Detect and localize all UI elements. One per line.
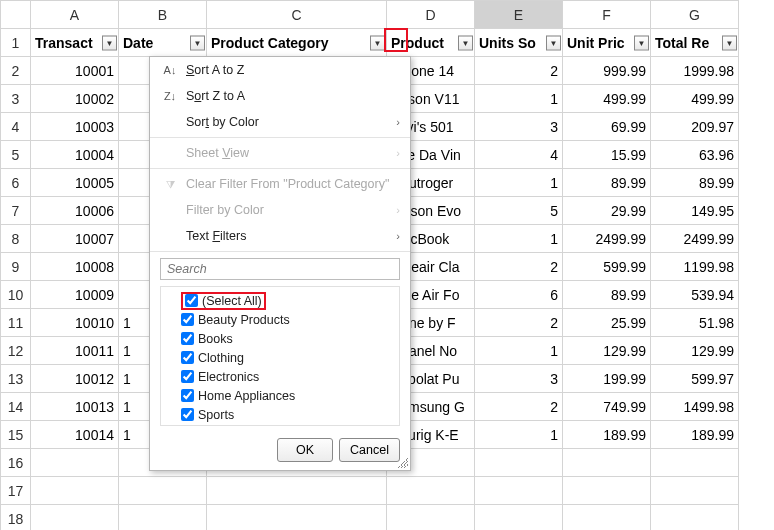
- check-option[interactable]: Sports: [167, 405, 393, 424]
- filter-search-input[interactable]: [160, 258, 400, 280]
- cell[interactable]: 1: [475, 225, 563, 253]
- row-head[interactable]: 13: [1, 365, 31, 393]
- cell[interactable]: 89.99: [651, 169, 739, 197]
- cell[interactable]: 10007: [31, 225, 119, 253]
- cell[interactable]: 4: [475, 141, 563, 169]
- header-product-category[interactable]: Product Category▼: [207, 29, 387, 57]
- cell[interactable]: 209.97: [651, 113, 739, 141]
- cell[interactable]: 1: [475, 85, 563, 113]
- checkbox[interactable]: [181, 351, 194, 364]
- cell[interactable]: 10002: [31, 85, 119, 113]
- cell[interactable]: 129.99: [651, 337, 739, 365]
- cell[interactable]: 199.99: [563, 365, 651, 393]
- cell[interactable]: 1999.98: [651, 57, 739, 85]
- col-head-a[interactable]: A: [31, 1, 119, 29]
- header-total-revenue[interactable]: Total Re▼: [651, 29, 739, 57]
- check-option[interactable]: Beauty Products: [167, 310, 393, 329]
- header-product[interactable]: Product▼: [387, 29, 475, 57]
- filter-btn-f[interactable]: ▼: [634, 35, 649, 50]
- check-option[interactable]: Home Appliances: [167, 386, 393, 405]
- filter-btn-c[interactable]: ▼: [370, 35, 385, 50]
- check-option[interactable]: Electronics: [167, 367, 393, 386]
- filter-btn-g[interactable]: ▼: [722, 35, 737, 50]
- cell[interactable]: 129.99: [563, 337, 651, 365]
- cell[interactable]: 10010: [31, 309, 119, 337]
- cell[interactable]: 1199.98: [651, 253, 739, 281]
- checkbox[interactable]: [181, 408, 194, 421]
- checkbox[interactable]: [181, 332, 194, 345]
- cell[interactable]: 5: [475, 197, 563, 225]
- cell[interactable]: 1499.98: [651, 393, 739, 421]
- sort-z-to-a[interactable]: Z↓ Sort Z to A: [150, 83, 410, 109]
- cell[interactable]: 89.99: [563, 169, 651, 197]
- filter-btn-e[interactable]: ▼: [546, 35, 561, 50]
- cell[interactable]: 2: [475, 57, 563, 85]
- cell[interactable]: 999.99: [563, 57, 651, 85]
- cell[interactable]: 2499.99: [563, 225, 651, 253]
- ok-button[interactable]: OK: [277, 438, 333, 462]
- col-head-d[interactable]: D: [387, 1, 475, 29]
- cell[interactable]: 749.99: [563, 393, 651, 421]
- cell[interactable]: 51.98: [651, 309, 739, 337]
- resize-grip[interactable]: [398, 458, 408, 468]
- cell[interactable]: 189.99: [563, 421, 651, 449]
- row-head[interactable]: 16: [1, 449, 31, 477]
- checkbox[interactable]: [181, 370, 194, 383]
- cell[interactable]: 2: [475, 309, 563, 337]
- col-head-b[interactable]: B: [119, 1, 207, 29]
- row-head[interactable]: 11: [1, 309, 31, 337]
- select-all-cell[interactable]: [1, 1, 31, 29]
- cell[interactable]: 6: [475, 281, 563, 309]
- col-head-g[interactable]: G: [651, 1, 739, 29]
- cell[interactable]: 10008: [31, 253, 119, 281]
- header-date[interactable]: Date▼: [119, 29, 207, 57]
- row-head[interactable]: 15: [1, 421, 31, 449]
- row-head[interactable]: 10: [1, 281, 31, 309]
- check-option[interactable]: Books: [167, 329, 393, 348]
- cell[interactable]: 1: [475, 421, 563, 449]
- header-unit-price[interactable]: Unit Pric▼: [563, 29, 651, 57]
- cell[interactable]: 2: [475, 253, 563, 281]
- cell[interactable]: 599.97: [651, 365, 739, 393]
- checkbox[interactable]: [181, 389, 194, 402]
- cell[interactable]: 10014: [31, 421, 119, 449]
- cell[interactable]: 1: [475, 337, 563, 365]
- cancel-button[interactable]: Cancel: [339, 438, 400, 462]
- cell[interactable]: 10012: [31, 365, 119, 393]
- text-filters[interactable]: Text Filters ›: [150, 223, 410, 249]
- row-head[interactable]: 17: [1, 477, 31, 505]
- row-head[interactable]: 18: [1, 505, 31, 531]
- cell[interactable]: 3: [475, 365, 563, 393]
- row-head[interactable]: 4: [1, 113, 31, 141]
- cell[interactable]: 189.99: [651, 421, 739, 449]
- row-head[interactable]: 7: [1, 197, 31, 225]
- cell[interactable]: 25.99: [563, 309, 651, 337]
- cell[interactable]: 10009: [31, 281, 119, 309]
- cell[interactable]: 3: [475, 113, 563, 141]
- cell[interactable]: 539.94: [651, 281, 739, 309]
- cell[interactable]: 10011: [31, 337, 119, 365]
- cell[interactable]: 63.96: [651, 141, 739, 169]
- row-head[interactable]: 1: [1, 29, 31, 57]
- cell[interactable]: 599.99: [563, 253, 651, 281]
- row-head[interactable]: 9: [1, 253, 31, 281]
- col-head-e[interactable]: E: [475, 1, 563, 29]
- cell[interactable]: 10006: [31, 197, 119, 225]
- filter-btn-d[interactable]: ▼: [458, 35, 473, 50]
- cell[interactable]: 1: [475, 169, 563, 197]
- col-head-c[interactable]: C: [207, 1, 387, 29]
- header-transaction[interactable]: Transact▼: [31, 29, 119, 57]
- row-head[interactable]: 6: [1, 169, 31, 197]
- cell[interactable]: 149.95: [651, 197, 739, 225]
- cell[interactable]: 15.99: [563, 141, 651, 169]
- row-head[interactable]: 2: [1, 57, 31, 85]
- check-select-all[interactable]: (Select All): [167, 291, 393, 310]
- row-head[interactable]: 8: [1, 225, 31, 253]
- row-head[interactable]: 14: [1, 393, 31, 421]
- cell[interactable]: 89.99: [563, 281, 651, 309]
- cell[interactable]: 10003: [31, 113, 119, 141]
- checkbox[interactable]: [181, 313, 194, 326]
- row-head[interactable]: 12: [1, 337, 31, 365]
- col-head-f[interactable]: F: [563, 1, 651, 29]
- filter-btn-b[interactable]: ▼: [190, 35, 205, 50]
